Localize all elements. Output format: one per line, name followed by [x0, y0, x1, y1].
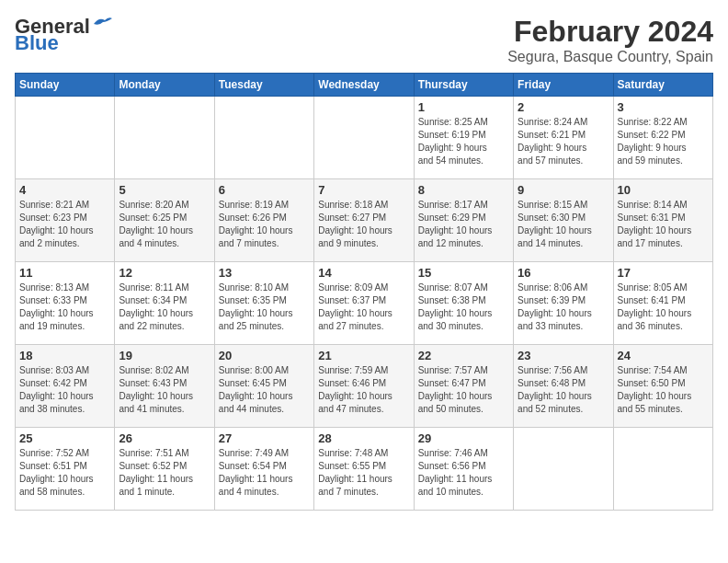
day-info: Sunrise: 8:24 AM Sunset: 6:21 PM Dayligh… — [518, 116, 609, 167]
calendar-cell — [16, 97, 115, 179]
calendar-cell: 14Sunrise: 8:09 AM Sunset: 6:37 PM Dayli… — [314, 262, 414, 345]
calendar-cell: 3Sunrise: 8:22 AM Sunset: 6:22 PM Daylig… — [613, 97, 712, 179]
calendar-cell: 29Sunrise: 7:46 AM Sunset: 6:56 PM Dayli… — [414, 428, 513, 511]
calendar-cell — [314, 97, 414, 179]
day-info: Sunrise: 8:06 AM Sunset: 6:39 PM Dayligh… — [518, 282, 609, 333]
day-number: 11 — [19, 266, 110, 280]
calendar-cell: 23Sunrise: 7:56 AM Sunset: 6:48 PM Dayli… — [514, 345, 613, 428]
day-number: 27 — [219, 431, 310, 445]
calendar-cell: 1Sunrise: 8:25 AM Sunset: 6:19 PM Daylig… — [414, 97, 513, 179]
calendar-cell — [613, 428, 712, 511]
day-info: Sunrise: 8:10 AM Sunset: 6:35 PM Dayligh… — [219, 282, 310, 333]
bird-icon — [92, 15, 112, 31]
calendar-cell: 20Sunrise: 8:00 AM Sunset: 6:45 PM Dayli… — [214, 345, 313, 428]
calendar-cell: 19Sunrise: 8:02 AM Sunset: 6:43 PM Dayli… — [115, 345, 214, 428]
logo-blue: Blue — [15, 31, 59, 55]
day-info: Sunrise: 8:22 AM Sunset: 6:22 PM Dayligh… — [618, 116, 709, 167]
calendar-cell: 8Sunrise: 8:17 AM Sunset: 6:29 PM Daylig… — [414, 179, 513, 262]
day-number: 18 — [19, 349, 110, 362]
page-header: General Blue February 2024 Segura, Basqu… — [15, 15, 713, 65]
dow-header: Friday — [514, 74, 613, 97]
page-title: February 2024 — [507, 15, 713, 49]
day-info: Sunrise: 8:05 AM Sunset: 6:41 PM Dayligh… — [618, 282, 709, 333]
day-number: 1 — [418, 100, 509, 114]
day-info: Sunrise: 7:52 AM Sunset: 6:51 PM Dayligh… — [19, 447, 110, 499]
title-block: February 2024 Segura, Basque Country, Sp… — [507, 15, 713, 65]
day-number: 5 — [119, 183, 210, 197]
day-number: 23 — [518, 349, 609, 362]
calendar-cell: 5Sunrise: 8:20 AM Sunset: 6:25 PM Daylig… — [115, 179, 214, 262]
day-info: Sunrise: 8:18 AM Sunset: 6:27 PM Dayligh… — [318, 199, 409, 250]
day-number: 26 — [119, 431, 210, 445]
day-number: 29 — [418, 431, 509, 445]
day-number: 24 — [618, 349, 709, 362]
day-info: Sunrise: 8:20 AM Sunset: 6:25 PM Dayligh… — [119, 199, 210, 250]
day-number: 20 — [219, 349, 310, 362]
calendar-cell — [514, 428, 613, 511]
day-number: 17 — [618, 266, 709, 280]
day-info: Sunrise: 7:49 AM Sunset: 6:54 PM Dayligh… — [219, 447, 310, 499]
day-number: 14 — [318, 266, 409, 280]
day-number: 8 — [418, 183, 509, 197]
day-number: 13 — [219, 266, 310, 280]
day-number: 12 — [119, 266, 210, 280]
day-info: Sunrise: 8:17 AM Sunset: 6:29 PM Dayligh… — [418, 199, 509, 250]
calendar-cell: 10Sunrise: 8:14 AM Sunset: 6:31 PM Dayli… — [613, 179, 712, 262]
calendar-cell: 26Sunrise: 7:51 AM Sunset: 6:52 PM Dayli… — [115, 428, 214, 511]
day-number: 19 — [119, 349, 210, 362]
day-number: 2 — [518, 100, 609, 114]
calendar-cell: 22Sunrise: 7:57 AM Sunset: 6:47 PM Dayli… — [414, 345, 513, 428]
day-info: Sunrise: 8:02 AM Sunset: 6:43 PM Dayligh… — [119, 364, 210, 416]
day-info: Sunrise: 8:21 AM Sunset: 6:23 PM Dayligh… — [19, 199, 110, 250]
day-number: 6 — [219, 183, 310, 197]
calendar-cell: 11Sunrise: 8:13 AM Sunset: 6:33 PM Dayli… — [16, 262, 115, 345]
day-info: Sunrise: 7:48 AM Sunset: 6:55 PM Dayligh… — [318, 447, 409, 499]
day-number: 10 — [618, 183, 709, 197]
calendar-cell: 7Sunrise: 8:18 AM Sunset: 6:27 PM Daylig… — [314, 179, 414, 262]
day-number: 21 — [318, 349, 409, 362]
day-number: 15 — [418, 266, 509, 280]
calendar-cell: 12Sunrise: 8:11 AM Sunset: 6:34 PM Dayli… — [115, 262, 214, 345]
calendar-table: SundayMondayTuesdayWednesdayThursdayFrid… — [15, 73, 713, 511]
day-info: Sunrise: 8:15 AM Sunset: 6:30 PM Dayligh… — [518, 199, 609, 250]
page-subtitle: Segura, Basque Country, Spain — [507, 49, 713, 65]
day-info: Sunrise: 7:57 AM Sunset: 6:47 PM Dayligh… — [418, 364, 509, 416]
day-info: Sunrise: 8:25 AM Sunset: 6:19 PM Dayligh… — [418, 116, 509, 167]
day-number: 4 — [19, 183, 110, 197]
day-info: Sunrise: 7:59 AM Sunset: 6:46 PM Dayligh… — [318, 364, 409, 416]
calendar-cell: 24Sunrise: 7:54 AM Sunset: 6:50 PM Dayli… — [613, 345, 712, 428]
calendar-cell: 16Sunrise: 8:06 AM Sunset: 6:39 PM Dayli… — [514, 262, 613, 345]
day-info: Sunrise: 7:46 AM Sunset: 6:56 PM Dayligh… — [418, 447, 509, 499]
day-number: 7 — [318, 183, 409, 197]
calendar-cell: 4Sunrise: 8:21 AM Sunset: 6:23 PM Daylig… — [16, 179, 115, 262]
day-number: 16 — [518, 266, 609, 280]
day-info: Sunrise: 8:11 AM Sunset: 6:34 PM Dayligh… — [119, 282, 210, 333]
dow-header: Tuesday — [214, 74, 313, 97]
day-info: Sunrise: 8:00 AM Sunset: 6:45 PM Dayligh… — [219, 364, 310, 416]
calendar-cell: 15Sunrise: 8:07 AM Sunset: 6:38 PM Dayli… — [414, 262, 513, 345]
day-info: Sunrise: 8:14 AM Sunset: 6:31 PM Dayligh… — [618, 199, 709, 250]
day-number: 25 — [19, 431, 110, 445]
dow-header: Monday — [115, 74, 214, 97]
day-number: 9 — [518, 183, 609, 197]
day-info: Sunrise: 8:07 AM Sunset: 6:38 PM Dayligh… — [418, 282, 509, 333]
calendar-cell: 2Sunrise: 8:24 AM Sunset: 6:21 PM Daylig… — [514, 97, 613, 179]
calendar-cell: 17Sunrise: 8:05 AM Sunset: 6:41 PM Dayli… — [613, 262, 712, 345]
day-info: Sunrise: 7:56 AM Sunset: 6:48 PM Dayligh… — [518, 364, 609, 416]
dow-header: Saturday — [613, 74, 712, 97]
day-number: 22 — [418, 349, 509, 362]
day-number: 3 — [618, 100, 709, 114]
dow-header: Wednesday — [314, 74, 414, 97]
day-info: Sunrise: 7:51 AM Sunset: 6:52 PM Dayligh… — [119, 447, 210, 499]
calendar-cell: 21Sunrise: 7:59 AM Sunset: 6:46 PM Dayli… — [314, 345, 414, 428]
calendar-cell: 18Sunrise: 8:03 AM Sunset: 6:42 PM Dayli… — [16, 345, 115, 428]
calendar-cell: 9Sunrise: 8:15 AM Sunset: 6:30 PM Daylig… — [514, 179, 613, 262]
calendar-cell — [115, 97, 214, 179]
calendar-cell: 13Sunrise: 8:10 AM Sunset: 6:35 PM Dayli… — [214, 262, 313, 345]
day-info: Sunrise: 8:09 AM Sunset: 6:37 PM Dayligh… — [318, 282, 409, 333]
calendar-cell: 28Sunrise: 7:48 AM Sunset: 6:55 PM Dayli… — [314, 428, 414, 511]
calendar-cell: 6Sunrise: 8:19 AM Sunset: 6:26 PM Daylig… — [214, 179, 313, 262]
day-info: Sunrise: 8:19 AM Sunset: 6:26 PM Dayligh… — [219, 199, 310, 250]
dow-header: Sunday — [16, 74, 115, 97]
day-info: Sunrise: 8:03 AM Sunset: 6:42 PM Dayligh… — [19, 364, 110, 416]
